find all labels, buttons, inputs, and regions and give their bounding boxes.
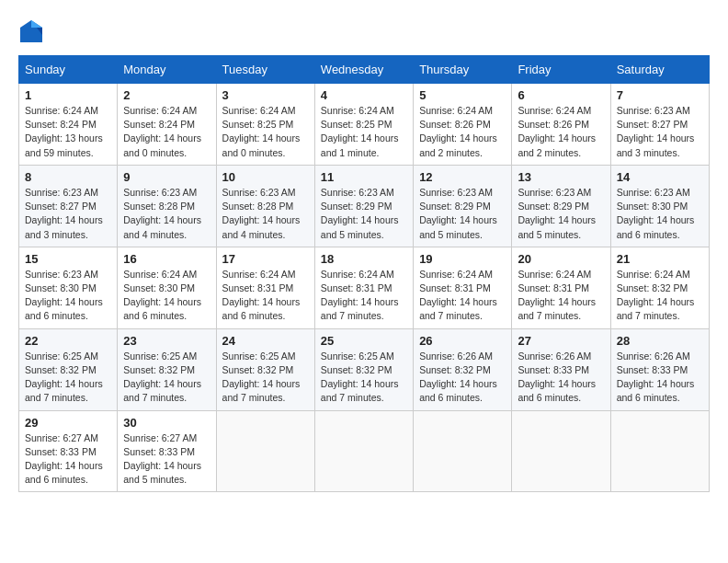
header-thursday: Thursday (414, 56, 512, 84)
calendar-cell: 6Sunrise: 6:24 AMSunset: 8:26 PMDaylight… (512, 84, 610, 166)
cell-content: Sunrise: 6:24 AMSunset: 8:26 PMDaylight:… (419, 104, 506, 160)
header-wednesday: Wednesday (314, 56, 413, 84)
calendar-week-4: 22Sunrise: 6:25 AMSunset: 8:32 PMDayligh… (19, 328, 710, 410)
calendar-cell: 3Sunrise: 6:24 AMSunset: 8:25 PMDaylight… (216, 84, 314, 166)
day-number: 29 (25, 416, 111, 430)
day-number: 30 (123, 416, 210, 430)
day-number: 11 (321, 170, 407, 184)
calendar-cell: 14Sunrise: 6:23 AMSunset: 8:30 PMDayligh… (610, 165, 709, 247)
cell-content: Sunrise: 6:23 AMSunset: 8:29 PMDaylight:… (321, 186, 407, 242)
day-number: 3 (222, 88, 309, 102)
day-number: 14 (617, 170, 703, 184)
header-monday: Monday (118, 56, 216, 84)
cell-content: Sunrise: 6:24 AMSunset: 8:26 PMDaylight:… (518, 104, 604, 160)
calendar-cell: 16Sunrise: 6:24 AMSunset: 8:30 PMDayligh… (118, 247, 216, 328)
cell-content: Sunrise: 6:24 AMSunset: 8:24 PMDaylight:… (25, 104, 111, 160)
day-number: 25 (321, 334, 407, 348)
day-number: 9 (123, 170, 210, 184)
day-number: 20 (518, 252, 604, 266)
day-number: 7 (617, 88, 703, 102)
day-number: 26 (419, 334, 506, 348)
calendar-cell (216, 410, 314, 492)
calendar-cell: 15Sunrise: 6:23 AMSunset: 8:30 PMDayligh… (19, 247, 118, 328)
day-number: 6 (518, 88, 604, 102)
day-number: 17 (222, 252, 309, 266)
cell-content: Sunrise: 6:23 AMSunset: 8:29 PMDaylight:… (419, 186, 506, 242)
calendar-cell: 25Sunrise: 6:25 AMSunset: 8:32 PMDayligh… (314, 328, 413, 410)
cell-content: Sunrise: 6:24 AMSunset: 8:31 PMDaylight:… (518, 268, 604, 324)
cell-content: Sunrise: 6:23 AMSunset: 8:29 PMDaylight:… (518, 186, 604, 242)
cell-content: Sunrise: 6:24 AMSunset: 8:25 PMDaylight:… (321, 104, 407, 160)
day-number: 21 (617, 252, 703, 266)
calendar-cell: 19Sunrise: 6:24 AMSunset: 8:31 PMDayligh… (414, 247, 512, 328)
cell-content: Sunrise: 6:24 AMSunset: 8:32 PMDaylight:… (617, 268, 703, 324)
cell-content: Sunrise: 6:23 AMSunset: 8:27 PMDaylight:… (25, 186, 111, 242)
cell-content: Sunrise: 6:24 AMSunset: 8:31 PMDaylight:… (419, 268, 506, 324)
day-number: 15 (25, 252, 111, 266)
cell-content: Sunrise: 6:26 AMSunset: 8:32 PMDaylight:… (419, 350, 506, 406)
calendar-week-2: 8Sunrise: 6:23 AMSunset: 8:27 PMDaylight… (19, 165, 710, 247)
calendar-cell (314, 410, 413, 492)
logo (18, 18, 48, 44)
calendar-cell: 24Sunrise: 6:25 AMSunset: 8:32 PMDayligh… (216, 328, 314, 410)
cell-content: Sunrise: 6:24 AMSunset: 8:25 PMDaylight:… (222, 104, 309, 160)
day-number: 23 (123, 334, 210, 348)
calendar-week-5: 29Sunrise: 6:27 AMSunset: 8:33 PMDayligh… (19, 410, 710, 492)
calendar-cell (512, 410, 610, 492)
cell-content: Sunrise: 6:24 AMSunset: 8:24 PMDaylight:… (123, 104, 210, 160)
calendar-week-1: 1Sunrise: 6:24 AMSunset: 8:24 PMDaylight… (19, 84, 710, 166)
calendar-cell: 1Sunrise: 6:24 AMSunset: 8:24 PMDaylight… (19, 84, 118, 166)
calendar-cell: 17Sunrise: 6:24 AMSunset: 8:31 PMDayligh… (216, 247, 314, 328)
cell-content: Sunrise: 6:27 AMSunset: 8:33 PMDaylight:… (25, 431, 111, 488)
calendar-cell: 28Sunrise: 6:26 AMSunset: 8:33 PMDayligh… (610, 328, 709, 410)
day-number: 8 (25, 170, 111, 184)
cell-content: Sunrise: 6:26 AMSunset: 8:33 PMDaylight:… (617, 350, 703, 406)
day-number: 1 (25, 88, 111, 102)
day-number: 16 (123, 252, 210, 266)
calendar-cell (610, 410, 709, 492)
calendar-week-3: 15Sunrise: 6:23 AMSunset: 8:30 PMDayligh… (19, 247, 710, 328)
cell-content: Sunrise: 6:27 AMSunset: 8:33 PMDaylight:… (123, 431, 210, 488)
calendar-cell: 11Sunrise: 6:23 AMSunset: 8:29 PMDayligh… (314, 165, 413, 247)
header-saturday: Saturday (610, 56, 709, 84)
calendar-cell: 30Sunrise: 6:27 AMSunset: 8:33 PMDayligh… (118, 410, 216, 492)
calendar-cell (414, 410, 512, 492)
calendar-cell: 12Sunrise: 6:23 AMSunset: 8:29 PMDayligh… (414, 165, 512, 247)
day-number: 13 (518, 170, 604, 184)
calendar-cell: 27Sunrise: 6:26 AMSunset: 8:33 PMDayligh… (512, 328, 610, 410)
day-number: 22 (25, 334, 111, 348)
calendar-cell: 21Sunrise: 6:24 AMSunset: 8:32 PMDayligh… (610, 247, 709, 328)
calendar-cell: 13Sunrise: 6:23 AMSunset: 8:29 PMDayligh… (512, 165, 610, 247)
page-header (18, 18, 710, 44)
cell-content: Sunrise: 6:25 AMSunset: 8:32 PMDaylight:… (321, 350, 407, 406)
calendar-cell: 29Sunrise: 6:27 AMSunset: 8:33 PMDayligh… (19, 410, 118, 492)
cell-content: Sunrise: 6:24 AMSunset: 8:30 PMDaylight:… (123, 268, 210, 324)
day-number: 4 (321, 88, 407, 102)
calendar-header-row: SundayMondayTuesdayWednesdayThursdayFrid… (19, 56, 710, 84)
calendar-cell: 26Sunrise: 6:26 AMSunset: 8:32 PMDayligh… (414, 328, 512, 410)
cell-content: Sunrise: 6:26 AMSunset: 8:33 PMDaylight:… (518, 350, 604, 406)
day-number: 27 (518, 334, 604, 348)
calendar-cell: 2Sunrise: 6:24 AMSunset: 8:24 PMDaylight… (118, 84, 216, 166)
calendar-cell: 5Sunrise: 6:24 AMSunset: 8:26 PMDaylight… (414, 84, 512, 166)
calendar-cell: 8Sunrise: 6:23 AMSunset: 8:27 PMDaylight… (19, 165, 118, 247)
cell-content: Sunrise: 6:23 AMSunset: 8:28 PMDaylight:… (222, 186, 309, 242)
day-number: 12 (419, 170, 506, 184)
calendar-cell: 9Sunrise: 6:23 AMSunset: 8:28 PMDaylight… (118, 165, 216, 247)
cell-content: Sunrise: 6:23 AMSunset: 8:27 PMDaylight:… (617, 104, 703, 160)
header-friday: Friday (512, 56, 610, 84)
cell-content: Sunrise: 6:25 AMSunset: 8:32 PMDaylight:… (25, 350, 111, 406)
calendar-cell: 20Sunrise: 6:24 AMSunset: 8:31 PMDayligh… (512, 247, 610, 328)
cell-content: Sunrise: 6:23 AMSunset: 8:28 PMDaylight:… (123, 186, 210, 242)
cell-content: Sunrise: 6:24 AMSunset: 8:31 PMDaylight:… (321, 268, 407, 324)
calendar-cell: 23Sunrise: 6:25 AMSunset: 8:32 PMDayligh… (118, 328, 216, 410)
calendar-cell: 4Sunrise: 6:24 AMSunset: 8:25 PMDaylight… (314, 84, 413, 166)
day-number: 2 (123, 88, 210, 102)
day-number: 19 (419, 252, 506, 266)
svg-marker-1 (31, 20, 42, 28)
day-number: 18 (321, 252, 407, 266)
day-number: 10 (222, 170, 309, 184)
cell-content: Sunrise: 6:25 AMSunset: 8:32 PMDaylight:… (222, 350, 309, 406)
calendar-table: SundayMondayTuesdayWednesdayThursdayFrid… (18, 55, 710, 492)
cell-content: Sunrise: 6:24 AMSunset: 8:31 PMDaylight:… (222, 268, 309, 324)
